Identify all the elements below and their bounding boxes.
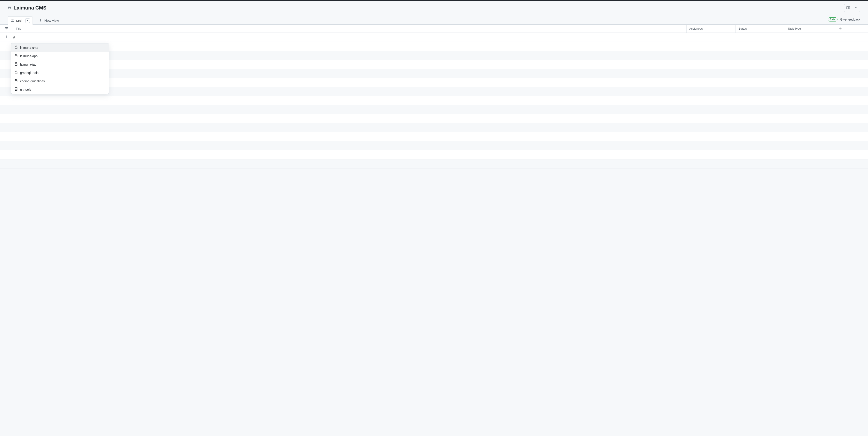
table-row [0, 123, 868, 132]
add-item-button[interactable] [0, 35, 13, 39]
column-status[interactable]: Status [736, 25, 785, 33]
table-icon [11, 19, 14, 23]
autocomplete-item[interactable]: laimuna-iac [11, 60, 109, 68]
table-row [0, 159, 868, 169]
tabs-right: Beta Give feedback [828, 18, 860, 23]
table-row [0, 60, 868, 69]
table-row [0, 141, 868, 150]
lock-icon [14, 46, 18, 50]
repo-icon [14, 87, 18, 92]
title-block: Laimuna CMS [8, 5, 46, 11]
give-feedback-link[interactable]: Give feedback [840, 18, 861, 21]
table-area: Title Assignees Status Task Type laimuna… [0, 25, 868, 169]
autocomplete-item-label: laimuna-iac [20, 63, 36, 66]
page-header: Laimuna CMS [0, 1, 868, 13]
tab-options-button[interactable] [25, 18, 30, 23]
page-title: Laimuna CMS [13, 5, 46, 11]
more-icon [855, 6, 858, 10]
autocomplete-item[interactable]: git-tools [11, 85, 109, 94]
new-item-row [0, 33, 868, 42]
table-row [0, 105, 868, 114]
chevron-down-icon [26, 19, 29, 22]
tab-main[interactable]: Main [8, 16, 33, 25]
plus-icon [838, 26, 842, 31]
header-actions [844, 4, 860, 12]
table-row [0, 96, 868, 105]
empty-rows: laimuna-cmslaimuna-applaimuna-iacgraphql… [0, 42, 868, 169]
filter-button[interactable] [0, 25, 13, 33]
autocomplete-item[interactable]: graphql-tools [11, 68, 109, 77]
tabs-row: Main New view Beta Give feedback [0, 13, 868, 25]
side-panel-button[interactable] [844, 4, 852, 12]
autocomplete-item-label: laimuna-app [20, 54, 37, 58]
autocomplete-item-label: git-tools [20, 88, 31, 91]
autocomplete-item[interactable]: laimuna-app [11, 52, 109, 60]
autocomplete-item-label: laimuna-cms [20, 46, 38, 50]
table-row [0, 87, 868, 96]
add-column-button[interactable] [834, 25, 868, 33]
lock-icon [14, 62, 18, 66]
new-item-input[interactable] [13, 35, 868, 39]
column-assignees[interactable]: Assignees [686, 25, 736, 33]
autocomplete-item-label: coding-guidelines [20, 79, 45, 83]
more-options-button[interactable] [852, 4, 860, 12]
new-view-label: New view [44, 19, 59, 22]
table-row [0, 150, 868, 159]
plus-icon [39, 18, 42, 23]
table-row [0, 78, 868, 87]
column-title[interactable]: Title [13, 25, 686, 33]
repo-autocomplete-dropdown: laimuna-cmslaimuna-applaimuna-iacgraphql… [11, 43, 109, 94]
lock-icon [14, 54, 18, 58]
tabs-left: Main New view [8, 16, 62, 24]
beta-badge: Beta [828, 18, 837, 22]
lock-icon [8, 6, 11, 10]
autocomplete-item[interactable]: laimuna-cms [11, 43, 109, 52]
table-row [0, 51, 868, 60]
side-panel-icon [846, 6, 850, 10]
filter-icon [5, 26, 8, 31]
table-row [0, 42, 868, 51]
lock-icon [14, 70, 18, 75]
column-task-type[interactable]: Task Type [785, 25, 834, 33]
tab-label: Main [16, 19, 24, 23]
lock-icon [14, 79, 18, 83]
plus-icon [5, 35, 8, 39]
new-view-button[interactable]: New view [36, 17, 62, 24]
table-row [0, 69, 868, 78]
table-row [0, 114, 868, 123]
table-row [0, 132, 868, 141]
autocomplete-item-label: graphql-tools [20, 71, 38, 75]
autocomplete-item[interactable]: coding-guidelines [11, 77, 109, 85]
column-headers: Title Assignees Status Task Type [0, 25, 868, 33]
